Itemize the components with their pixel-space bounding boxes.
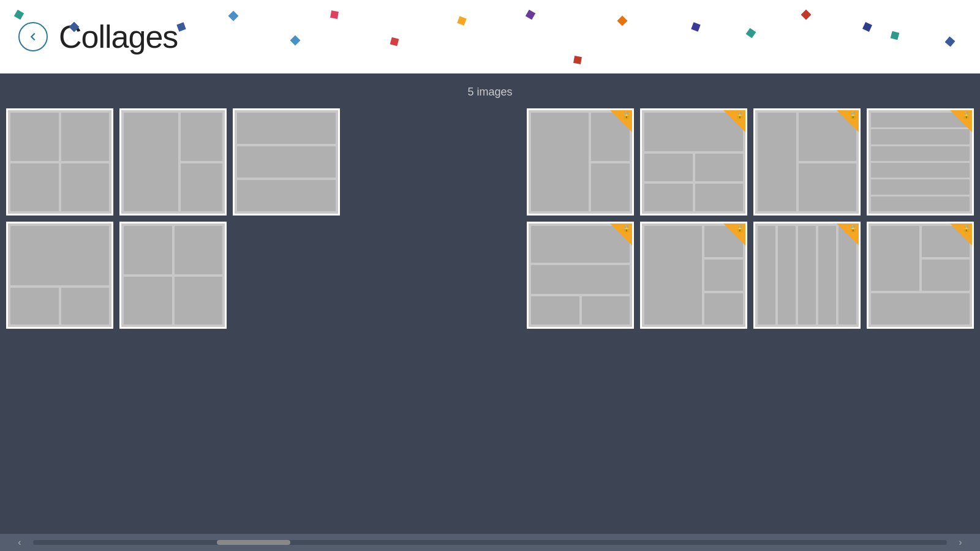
- spacer: [340, 108, 423, 329]
- confetti-diamond: [691, 22, 700, 31]
- collage-card-r8[interactable]: [867, 222, 974, 329]
- left-row-2: [6, 222, 340, 329]
- scroll-track[interactable]: [33, 540, 947, 545]
- back-button[interactable]: [18, 22, 48, 51]
- right-collage-section: [527, 108, 974, 329]
- confetti-diamond: [801, 10, 812, 20]
- confetti-diamond: [573, 56, 582, 64]
- confetti-diamond: [330, 10, 339, 19]
- collage-card-r7[interactable]: [753, 222, 861, 329]
- left-collage-section: [6, 108, 340, 329]
- collage-card-r3[interactable]: [753, 108, 861, 216]
- confetti-diamond: [746, 28, 756, 39]
- confetti-diamond: [290, 36, 301, 46]
- images-count-label: 5 images: [0, 86, 980, 99]
- page-title: Collages: [59, 18, 178, 55]
- confetti-diamond: [617, 16, 628, 26]
- collage-card-r4[interactable]: [867, 108, 974, 216]
- main-content: 5 images: [0, 73, 980, 534]
- collage-card-2[interactable]: [119, 108, 227, 216]
- confetti-diamond: [862, 22, 872, 32]
- right-row-1: [527, 108, 974, 216]
- confetti-diamond: [891, 31, 900, 40]
- collage-card-3[interactable]: [233, 108, 340, 216]
- collage-card-4[interactable]: [6, 222, 113, 329]
- left-row-1: [6, 108, 340, 216]
- confetti-diamond: [228, 11, 239, 21]
- scroll-right-button[interactable]: ›: [953, 535, 968, 550]
- collage-card-r1[interactable]: [527, 108, 634, 216]
- confetti-diamond: [14, 10, 24, 20]
- collage-card-5[interactable]: [119, 222, 227, 329]
- confetti-diamond: [526, 10, 535, 20]
- collage-card-r5[interactable]: [527, 222, 634, 329]
- confetti-diamond: [176, 22, 186, 31]
- scroll-thumb[interactable]: [217, 540, 290, 545]
- scrollbar: ‹ ›: [0, 534, 980, 551]
- collage-card-1[interactable]: [6, 108, 113, 216]
- scroll-left-button[interactable]: ‹: [12, 535, 27, 550]
- confetti-diamond: [457, 16, 466, 25]
- collage-card-r2[interactable]: [640, 108, 747, 216]
- collage-grid: [0, 108, 980, 329]
- confetti-diamond: [945, 37, 956, 47]
- collage-card-r6[interactable]: [640, 222, 747, 329]
- right-row-2: [527, 222, 974, 329]
- header: Collages: [0, 0, 980, 73]
- confetti-diamond: [390, 37, 399, 47]
